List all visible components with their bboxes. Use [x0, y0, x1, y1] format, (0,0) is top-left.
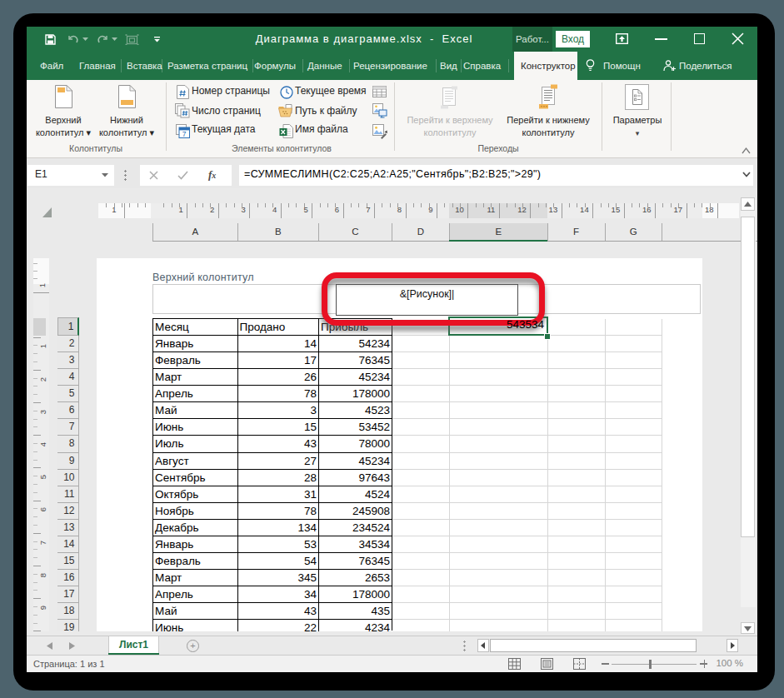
svg-text:7: 7: [182, 130, 187, 138]
